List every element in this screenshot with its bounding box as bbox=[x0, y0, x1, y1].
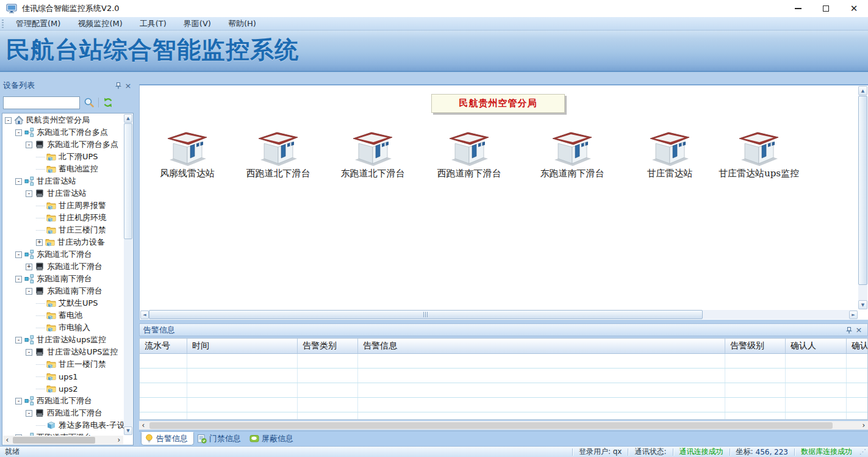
tab-shield-info[interactable]: 屏蔽信息 bbox=[246, 432, 299, 445]
alarm-horizontal-scrollbar[interactable]: ‹ › bbox=[139, 421, 868, 430]
tree-item[interactable]: -西跑道南下滑台 bbox=[2, 431, 124, 436]
menu-item-5[interactable]: 帮助(H) bbox=[220, 17, 265, 30]
expander-minus-icon[interactable]: - bbox=[15, 178, 22, 185]
tree-item[interactable]: 甘庄三楼门禁 bbox=[2, 224, 124, 236]
tree-item[interactable]: +甘庄动力设备 bbox=[2, 236, 124, 248]
tree-vscroll-thumb[interactable] bbox=[124, 123, 132, 239]
tree-vertical-scrollbar[interactable]: ▲ ▼ bbox=[124, 114, 132, 435]
scroll-down-icon[interactable]: ▼ bbox=[124, 426, 132, 435]
tree-item[interactable]: 甘庄机房环境 bbox=[2, 212, 124, 224]
tree-item[interactable]: 甘庄一楼门禁 bbox=[2, 358, 124, 370]
station-1[interactable]: 风廓线雷达站 bbox=[142, 131, 233, 179]
region-label[interactable]: 民航贵州空管分局 bbox=[431, 94, 565, 113]
table-row[interactable] bbox=[140, 383, 867, 398]
column-header[interactable]: 流水号 bbox=[140, 339, 187, 353]
tree-item[interactable]: 蓄电池监控 bbox=[2, 163, 124, 175]
scroll-up-icon[interactable]: ▲ bbox=[124, 114, 132, 123]
scroll-left-icon[interactable]: ‹ bbox=[3, 436, 12, 444]
scroll-left-icon[interactable]: ‹ bbox=[139, 422, 148, 429]
scroll-left-icon[interactable]: ◄ bbox=[140, 311, 149, 319]
tree-item[interactable]: +东跑道北下滑台 bbox=[2, 261, 124, 273]
tree-hscroll-thumb[interactable] bbox=[13, 437, 95, 444]
canvas-hscroll-thumb[interactable] bbox=[149, 310, 703, 319]
expander-minus-icon[interactable]: - bbox=[26, 288, 32, 295]
column-header[interactable]: 确认 bbox=[847, 339, 867, 353]
canvas-vertical-scrollbar[interactable]: ▲ ▼ bbox=[858, 86, 867, 309]
column-header[interactable]: 时间 bbox=[187, 339, 298, 353]
tree-item[interactable]: 雅达多路电表-子设 bbox=[2, 419, 124, 431]
tree-item[interactable]: ups2 bbox=[2, 383, 124, 395]
tree-horizontal-scrollbar[interactable]: ‹ › bbox=[3, 436, 123, 444]
tree-item[interactable]: -甘庄雷达站 bbox=[2, 175, 124, 187]
panel-close-icon[interactable]: × bbox=[854, 325, 864, 335]
close-button[interactable]: ✕ bbox=[840, 0, 868, 17]
table-row[interactable] bbox=[140, 412, 867, 420]
tree-item[interactable]: -东跑道北下滑台 bbox=[2, 248, 124, 261]
table-row[interactable] bbox=[140, 354, 867, 369]
column-header[interactable]: 告警类别 bbox=[298, 339, 358, 353]
expander-minus-icon[interactable]: - bbox=[15, 337, 22, 344]
canvas-vscroll-thumb[interactable] bbox=[858, 96, 867, 285]
canvas-horizontal-scrollbar[interactable]: ◄ ► bbox=[140, 310, 858, 319]
resize-grip-icon[interactable]: ⋰ bbox=[858, 448, 868, 456]
tab-alarm-info[interactable]: 告警信息 bbox=[141, 432, 194, 445]
tree-item[interactable]: 甘庄周界报警 bbox=[2, 200, 124, 212]
scroll-down-icon[interactable]: ▼ bbox=[858, 300, 867, 309]
station-3[interactable]: 东跑道北下滑台 bbox=[327, 131, 418, 179]
expander-minus-icon[interactable]: - bbox=[26, 349, 32, 356]
menu-drag-grip-icon[interactable] bbox=[2, 20, 4, 28]
tree-item[interactable]: 市电输入 bbox=[2, 322, 124, 334]
column-header[interactable]: 告警级别 bbox=[725, 339, 786, 353]
tree-item[interactable]: -甘庄雷达站ups监控 bbox=[2, 334, 124, 346]
minimize-button[interactable] bbox=[784, 0, 812, 17]
station-4[interactable]: 西跑道南下滑台 bbox=[423, 131, 515, 179]
pin-icon[interactable] bbox=[113, 81, 123, 90]
expander-minus-icon[interactable]: - bbox=[26, 410, 32, 417]
expander-minus-icon[interactable]: - bbox=[15, 129, 22, 136]
pin-icon[interactable] bbox=[844, 325, 854, 335]
expander-minus-icon[interactable]: - bbox=[15, 251, 22, 258]
expander-minus-icon[interactable]: - bbox=[15, 276, 22, 282]
expander-plus-icon[interactable]: + bbox=[26, 264, 32, 270]
menu-item-1[interactable]: 管理配置(M) bbox=[7, 17, 69, 30]
tree-item[interactable]: -东跑道北下滑台多点 bbox=[2, 139, 124, 151]
scroll-right-icon[interactable]: ► bbox=[849, 311, 858, 319]
station-6[interactable]: 甘庄雷达站 bbox=[624, 131, 716, 179]
menu-item-2[interactable]: 视频监控(M) bbox=[69, 17, 131, 30]
table-row[interactable] bbox=[140, 398, 867, 412]
expander-plus-icon[interactable]: + bbox=[36, 239, 43, 246]
tree-item[interactable]: -东跑道北下滑台多点 bbox=[2, 126, 124, 139]
expander-minus-icon[interactable]: - bbox=[15, 398, 22, 405]
tree-item[interactable]: ups1 bbox=[2, 370, 124, 383]
tree-item[interactable]: -民航贵州空管分局 bbox=[2, 114, 124, 126]
scroll-right-icon[interactable]: › bbox=[115, 436, 123, 444]
tree-item[interactable]: -东跑道南下滑台 bbox=[2, 273, 124, 285]
station-7[interactable]: 甘庄雷达站ups监控 bbox=[713, 131, 805, 179]
tab-access-info[interactable]: 门禁信息 bbox=[194, 432, 246, 445]
station-5[interactable]: 东跑道南下滑台 bbox=[526, 131, 618, 179]
station-2[interactable]: 西跑道北下滑台 bbox=[232, 131, 324, 179]
tree-item[interactable]: -东跑道南下滑台 bbox=[2, 285, 124, 297]
tree-item[interactable]: 艾默生UPS bbox=[2, 297, 124, 309]
tree-item[interactable]: -西跑道北下滑台 bbox=[2, 407, 124, 419]
expander-minus-icon[interactable]: - bbox=[5, 117, 12, 124]
panel-close-icon[interactable]: × bbox=[123, 81, 133, 90]
search-input[interactable] bbox=[3, 96, 80, 109]
search-icon[interactable] bbox=[84, 97, 95, 108]
tree-item[interactable]: -甘庄雷达站UPS监控 bbox=[2, 346, 124, 358]
table-row[interactable] bbox=[140, 369, 867, 383]
tree-item[interactable]: -甘庄雷达站 bbox=[2, 187, 124, 200]
expander-minus-icon[interactable]: - bbox=[26, 190, 32, 197]
alarm-hscroll-thumb[interactable] bbox=[149, 422, 833, 429]
tree-item[interactable]: -西跑道北下滑台 bbox=[2, 395, 124, 407]
column-header[interactable]: 告警信息 bbox=[358, 339, 725, 353]
menu-item-3[interactable]: 工具(T) bbox=[131, 17, 175, 30]
refresh-icon[interactable] bbox=[102, 97, 113, 108]
column-header[interactable]: 确认人 bbox=[786, 339, 847, 353]
menu-item-4[interactable]: 界面(V) bbox=[175, 17, 220, 30]
tree-item[interactable]: 蓄电池 bbox=[2, 309, 124, 322]
maximize-button[interactable] bbox=[812, 0, 840, 17]
scroll-up-icon[interactable]: ▲ bbox=[858, 86, 867, 95]
expander-minus-icon[interactable]: - bbox=[26, 142, 32, 148]
scroll-right-icon[interactable]: › bbox=[859, 422, 868, 429]
